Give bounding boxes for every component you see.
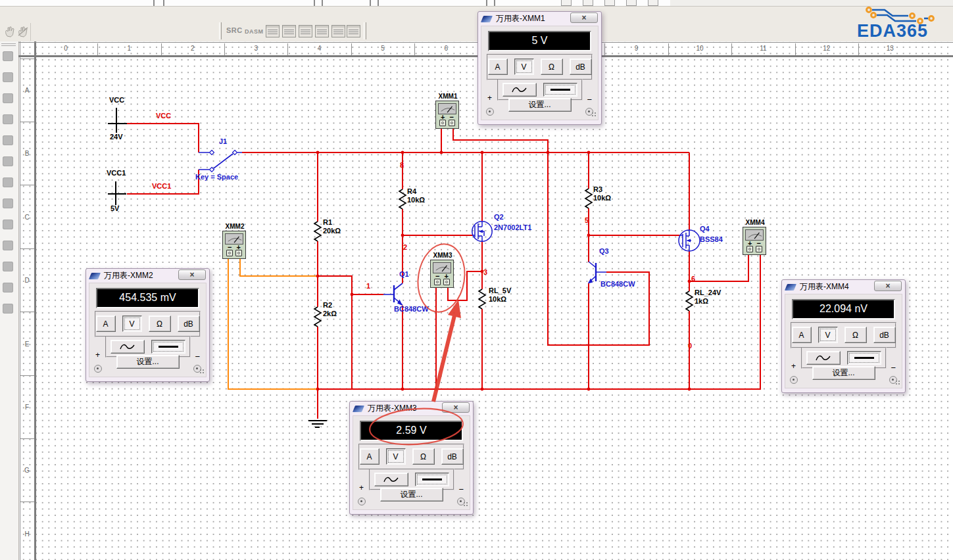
meter-display: 2.59 V	[360, 421, 463, 441]
settings-button[interactable]: 设置...	[812, 366, 875, 380]
q3-ref[interactable]: Q3	[599, 247, 609, 255]
net-vcc-label[interactable]: VCC	[156, 112, 171, 120]
ampere-button[interactable]: A	[792, 327, 812, 343]
resize-grip[interactable]	[463, 502, 468, 507]
net-6[interactable]: 6	[691, 275, 695, 283]
r4-value[interactable]: 10kΩ	[407, 196, 425, 204]
titlebar[interactable]: 万用表-XMM1 ×	[478, 12, 601, 26]
mosfet-q4[interactable]	[679, 230, 700, 251]
rl5-ref[interactable]: RL_5V	[489, 287, 511, 294]
r3-ref[interactable]: R3	[593, 185, 602, 193]
volt-button[interactable]: V	[818, 327, 838, 343]
db-button[interactable]: dB	[441, 448, 464, 465]
xmm1-instrument-icon[interactable]: XMM1 +−	[435, 101, 459, 129]
icon-terminal[interactable]	[449, 120, 455, 126]
multimeter-window-xmm3[interactable]: 万用表-XMM3 × 2.59 V A V Ω dB + 设置... −	[349, 401, 474, 515]
xmm2-wires[interactable]	[228, 259, 318, 389]
vcc-value[interactable]: 24V	[110, 133, 123, 141]
plus-terminal[interactable]	[358, 498, 366, 505]
rl24-value[interactable]: 1kΩ	[695, 297, 708, 305]
plus-terminal[interactable]	[94, 365, 102, 373]
vcc-label[interactable]: VCC	[109, 96, 124, 104]
r2-value[interactable]: 2kΩ	[323, 310, 337, 317]
volt-button[interactable]: V	[514, 58, 534, 75]
settings-button[interactable]: 设置...	[508, 98, 572, 112]
multimeter-window-xmm2[interactable]: 万用表-XMM2 × 454.535 mV A V Ω dB + 设置... −	[86, 268, 210, 382]
window-body: 22.094 nV A V Ω dB + 设置... −	[785, 294, 902, 388]
net-1[interactable]: 1	[366, 282, 370, 290]
icon-terminal[interactable]	[226, 250, 233, 256]
q1-value[interactable]: BC848CW	[394, 305, 429, 313]
plus-terminal[interactable]	[790, 376, 798, 384]
ohm-button[interactable]: Ω	[541, 58, 563, 75]
net-0[interactable]: 0	[688, 342, 692, 350]
close-button[interactable]: ×	[178, 269, 206, 280]
q2-ref[interactable]: Q2	[494, 213, 504, 221]
vcc1-value[interactable]: 5V	[110, 204, 119, 212]
q4-ref[interactable]: Q4	[700, 225, 710, 233]
settings-button[interactable]: 设置...	[116, 355, 180, 369]
plus-terminal[interactable]	[486, 108, 494, 116]
ohm-button[interactable]: Ω	[412, 448, 435, 465]
q1-ref[interactable]: Q1	[399, 270, 409, 278]
titlebar[interactable]: 万用表-XMM4 ×	[782, 280, 905, 294]
xmm3-instrument-icon[interactable]: XMM3 −+	[430, 260, 454, 288]
transistor-q1[interactable]	[383, 283, 403, 306]
net-3[interactable]: 3	[483, 268, 487, 276]
j1-ref[interactable]: J1	[219, 137, 227, 145]
multimeter-window-xmm1[interactable]: 万用表-XMM1 × 5 V A V Ω dB + 设置... −	[477, 11, 602, 125]
icon-terminal[interactable]	[235, 250, 242, 256]
close-button[interactable]: ×	[874, 281, 902, 291]
q3-value[interactable]: BC848CW	[600, 280, 635, 288]
close-button[interactable]: ×	[570, 12, 598, 23]
ampere-button[interactable]: A	[488, 58, 508, 75]
icon-terminal[interactable]	[443, 279, 450, 285]
net-2[interactable]: 2	[403, 243, 407, 251]
switch-j1[interactable]	[199, 151, 242, 172]
r3-value[interactable]: 10kΩ	[593, 194, 611, 202]
sine-wave-icon	[510, 86, 529, 94]
net-vcc1-label[interactable]: VCC1	[152, 182, 171, 190]
net-5[interactable]: 5	[585, 216, 589, 224]
icon-terminal[interactable]	[746, 246, 753, 252]
ampere-button[interactable]: A	[96, 315, 116, 332]
resize-grip[interactable]	[591, 112, 597, 117]
xmm2-instrument-icon[interactable]: XMM2 −+	[222, 231, 246, 259]
r1-value[interactable]: 20kΩ	[323, 227, 341, 235]
minus-terminal-label: −	[891, 363, 896, 373]
vcc1-label[interactable]: VCC1	[107, 169, 126, 177]
volt-button[interactable]: V	[122, 315, 142, 332]
settings-button[interactable]: 设置...	[380, 488, 443, 502]
close-button[interactable]: ×	[442, 402, 470, 413]
ohm-button[interactable]: Ω	[149, 315, 171, 332]
multimeter-window-xmm4[interactable]: 万用表-XMM4 × 22.094 nV A V Ω dB + 设置... −	[781, 279, 906, 393]
resize-grip[interactable]	[199, 369, 205, 374]
xmm4-instrument-icon[interactable]: XMM4 +−	[743, 227, 766, 255]
q2-value[interactable]: 2N7002LT1	[494, 223, 531, 231]
icon-terminal[interactable]	[439, 120, 446, 126]
icon-terminal[interactable]	[756, 246, 762, 252]
db-button[interactable]: dB	[873, 327, 896, 343]
r1-ref[interactable]: R1	[323, 218, 332, 226]
titlebar[interactable]: 万用表-XMM2 ×	[86, 269, 209, 283]
ground-symbol[interactable]	[308, 421, 327, 427]
minus-terminal-label: −	[458, 484, 464, 494]
q4-value[interactable]: BSS84	[700, 235, 723, 243]
ohm-button[interactable]: Ω	[844, 327, 867, 343]
resize-grip[interactable]	[895, 380, 900, 385]
volt-button[interactable]: V	[386, 448, 406, 465]
mosfet-q2[interactable]	[472, 222, 492, 241]
resistors[interactable]	[314, 189, 693, 327]
titlebar[interactable]: 万用表-XMM3 ×	[350, 402, 473, 415]
rl24-ref[interactable]: RL_24V	[695, 289, 721, 296]
j1-key-label[interactable]: Key = Space	[195, 173, 238, 181]
ampere-button[interactable]: A	[360, 448, 379, 465]
icon-terminal[interactable]	[434, 279, 441, 285]
vcc-source-symbol[interactable]	[108, 108, 127, 205]
net-8[interactable]: 8	[400, 161, 404, 169]
rl5-value[interactable]: 10kΩ	[489, 295, 506, 303]
db-button[interactable]: dB	[570, 58, 592, 75]
r2-ref[interactable]: R2	[323, 301, 332, 309]
r4-ref[interactable]: R4	[407, 187, 416, 195]
db-button[interactable]: dB	[178, 315, 200, 332]
